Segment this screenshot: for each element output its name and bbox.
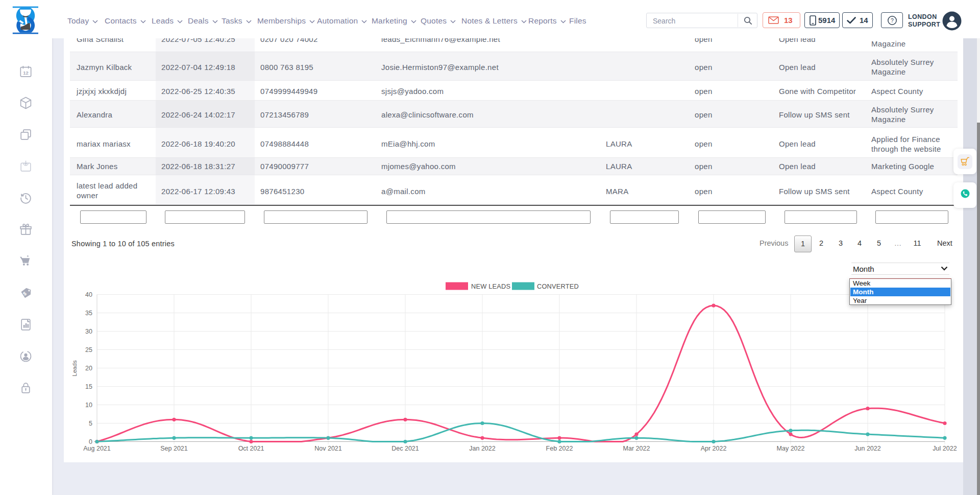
svg-text:Sep 2021: Sep 2021 [160, 445, 188, 452]
svg-text:12: 12 [23, 70, 28, 76]
svg-text:30: 30 [85, 328, 92, 335]
svg-text:Apr 2022: Apr 2022 [701, 445, 727, 452]
svg-text:15: 15 [85, 383, 92, 390]
svg-text:?: ? [891, 17, 894, 23]
svg-text:10: 10 [85, 402, 92, 409]
svg-text:5: 5 [89, 420, 92, 427]
svg-text:Nov 2021: Nov 2021 [314, 445, 342, 452]
svg-text:NEW LEADS: NEW LEADS [471, 282, 510, 290]
svg-text:25: 25 [85, 346, 92, 353]
svg-text:Mar 2022: Mar 2022 [623, 445, 650, 452]
svg-text:Oct 2021: Oct 2021 [238, 445, 264, 452]
svg-text:20: 20 [85, 365, 92, 372]
svg-text:Jul 2022: Jul 2022 [933, 445, 957, 452]
svg-text:35: 35 [85, 310, 92, 317]
svg-text:Jun 2022: Jun 2022 [854, 445, 880, 452]
svg-text:Leads: Leads [71, 360, 78, 376]
svg-text:CONVERTED: CONVERTED [537, 282, 579, 290]
svg-text:0: 0 [89, 438, 92, 445]
svg-text:Feb 2022: Feb 2022 [546, 445, 573, 452]
svg-text:Dec 2021: Dec 2021 [391, 445, 419, 452]
svg-text:May 2022: May 2022 [777, 445, 805, 452]
svg-text:40: 40 [85, 291, 92, 298]
svg-text:Aug 2021: Aug 2021 [83, 445, 111, 452]
svg-text:Jan 2022: Jan 2022 [469, 445, 495, 452]
